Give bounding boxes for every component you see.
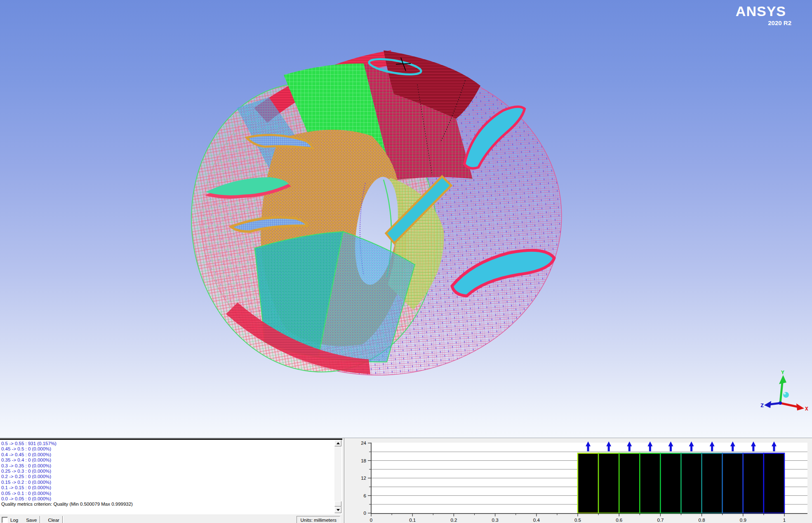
x-tick-label: 0.4 <box>533 518 540 523</box>
units-label: Units: millimeters <box>297 516 340 523</box>
quality-histogram[interactable]: 0612182400.10.20.30.40.50.60.70.80.91 <box>346 438 812 523</box>
histogram-bar <box>723 453 743 513</box>
log-line: 0.2 -> 0.25 : 0 (0.000%) <box>1 474 334 479</box>
brand-version: 2020 R2 <box>736 20 791 26</box>
log-line: 0.35 -> 0.4 : 0 (0.000%) <box>1 457 334 463</box>
overflow-arrow <box>628 446 631 451</box>
x-tick-label: 0.9 <box>740 518 746 523</box>
x-tick-label: 0.8 <box>699 518 705 523</box>
histogram-bar <box>702 453 723 513</box>
overflow-arrow <box>649 446 651 451</box>
histogram-bar <box>660 453 681 513</box>
y-tick-label: 18 <box>361 458 366 463</box>
x-tick-label: 0 <box>370 518 372 523</box>
x-axis-label: X <box>805 406 808 412</box>
arrow-up-icon <box>337 442 340 444</box>
histogram-bar <box>764 453 784 513</box>
log-line: 0.4 -> 0.45 : 0 (0.000%) <box>1 452 334 457</box>
z-axis-label: Z <box>760 402 764 408</box>
y-tick-label: 0 <box>364 511 366 516</box>
log-line: 0.1 -> 0.15 : 0 (0.000%) <box>1 485 334 490</box>
y-tick-label: 6 <box>364 493 366 498</box>
log-line: Quality metrics criterion: Quality (Min … <box>1 502 334 507</box>
log-line: 0.0 -> 0.05 : 0 (0.000%) <box>1 496 334 502</box>
x-tick-label: 1 <box>783 518 786 523</box>
log-line: 0.15 -> 0.2 : 0 (0.000%) <box>1 480 334 485</box>
log-line: 0.45 -> 0.5 : 0 (0.000%) <box>1 446 334 452</box>
histogram-bar <box>619 453 640 513</box>
z-axis-arrow <box>764 401 771 408</box>
histogram-panel: 0612182400.10.20.30.40.50.60.70.80.91 <box>346 438 812 523</box>
x-tick-label: 0.2 <box>450 518 457 523</box>
log-panel: 0.5 -> 0.55 : 931 (0.157%)0.45 -> 0.5 : … <box>0 439 342 514</box>
x-tick-label: 0.6 <box>616 518 622 523</box>
brand-name: ANSYS <box>736 4 791 18</box>
overflow-arrow <box>752 446 754 451</box>
log-scrollbar[interactable] <box>334 440 341 513</box>
histogram-bar <box>640 453 660 513</box>
scroll-up-button[interactable] <box>334 440 341 446</box>
arrow-down-icon <box>337 509 340 511</box>
log-checkbox-label: Log <box>10 518 18 523</box>
x-tick-label: 0.7 <box>657 518 664 523</box>
mesh-turbo-annulus <box>169 50 572 392</box>
log-toolbar: Log Save Clear Units: millimeters <box>0 515 342 523</box>
panel-divider[interactable] <box>342 438 346 523</box>
x-tick-label: 0.3 <box>492 518 499 523</box>
scroll-thumb[interactable] <box>334 501 341 507</box>
histogram-bar <box>743 453 764 513</box>
log-checkbox[interactable] <box>2 517 8 523</box>
viewport-3d[interactable]: Y X Z ANSYS 2020 R2 <box>0 0 812 438</box>
x-axis-arrow <box>796 403 804 410</box>
overflow-arrow <box>690 446 692 451</box>
log-line: 0.25 -> 0.3 : 0 (0.000%) <box>1 469 334 474</box>
log-line: 0.5 -> 0.55 : 931 (0.157%) <box>1 441 334 446</box>
ansys-logo: ANSYS 2020 R2 <box>736 4 791 26</box>
log-output[interactable]: 0.5 -> 0.55 : 931 (0.157%)0.45 -> 0.5 : … <box>0 440 334 514</box>
ansys-window: Y X Z ANSYS 2020 R2 0.5 -> 0.55 : 931 (0… <box>0 0 812 523</box>
mesh-scene: Y X Z <box>0 0 812 438</box>
overflow-arrow <box>773 446 775 451</box>
overflow-arrow <box>608 446 610 451</box>
scroll-down-button[interactable] <box>334 507 341 513</box>
y-tick-label: 24 <box>361 441 366 446</box>
y-axis-label: Y <box>781 369 784 375</box>
histogram-bar <box>681 453 702 513</box>
triad-ball <box>783 392 789 398</box>
y-tick-label: 12 <box>361 476 366 481</box>
overflow-arrow <box>711 446 713 451</box>
overflow-arrow <box>732 446 734 451</box>
x-tick-label: 0.5 <box>574 518 581 523</box>
clear-button[interactable]: Clear <box>45 516 62 523</box>
y-axis-arrow <box>779 375 786 384</box>
save-button[interactable]: Save <box>23 516 40 523</box>
orientation-triad: Y X Z <box>760 369 808 412</box>
histogram-bar <box>578 453 598 513</box>
log-line: 0.3 -> 0.35 : 0 (0.000%) <box>1 463 334 469</box>
overflow-arrow <box>670 446 672 451</box>
bottom-dock: 0.5 -> 0.55 : 931 (0.157%)0.45 -> 0.5 : … <box>0 438 812 523</box>
overflow-arrow <box>587 446 589 451</box>
log-line: 0.05 -> 0.1 : 0 (0.000%) <box>1 491 334 496</box>
histogram-bar <box>598 453 619 513</box>
x-tick-label: 0.1 <box>409 518 416 523</box>
